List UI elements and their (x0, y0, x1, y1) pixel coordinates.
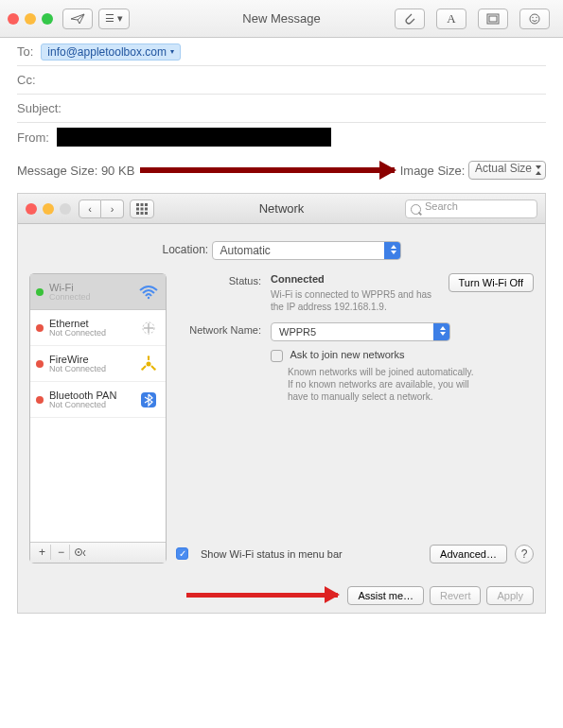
assist-me-button[interactable]: Assist me… (347, 586, 424, 605)
svg-point-22 (78, 551, 79, 553)
header-fields-button[interactable]: ☰ ▾ (98, 9, 130, 29)
minimize-window[interactable] (25, 13, 36, 25)
help-button[interactable]: ? (515, 545, 534, 563)
network-name-label: Network Name: (176, 322, 271, 336)
image-size-select[interactable]: Actual Size (468, 161, 546, 180)
location-label: Location: (162, 243, 208, 256)
ask-join-info: Known networks will be joined automatica… (271, 366, 479, 403)
status-value: Connected (271, 273, 439, 285)
attach-button[interactable] (395, 9, 425, 29)
location-select[interactable]: Automatic (212, 241, 401, 260)
pane-minimize[interactable] (43, 203, 54, 215)
recipient-text: info@appletoolbox.com (47, 45, 167, 59)
service-status: Connected (49, 293, 137, 303)
revert-button[interactable]: Revert (430, 586, 481, 605)
status-dot-disconnected (36, 324, 44, 332)
service-status: Not Connected (49, 365, 137, 374)
chevron-updown-icon (391, 245, 396, 254)
svg-point-3 (532, 16, 533, 17)
action-menu-button[interactable] (72, 545, 89, 560)
search-input[interactable]: Search (405, 199, 537, 218)
svg-point-17 (148, 355, 150, 357)
grid-icon (136, 203, 148, 215)
emoji-button[interactable] (519, 9, 550, 29)
zoom-window[interactable] (42, 13, 53, 25)
subject-label: Subject: (17, 101, 62, 115)
service-bluetooth-pan[interactable]: Bluetooth PANNot Connected (30, 382, 166, 418)
image-size-label: Image Size: (400, 164, 466, 178)
mail-toolbar: ☰ ▾ New Message A (0, 0, 563, 38)
annotation-arrow (140, 167, 394, 173)
show-status-checkbox[interactable]: ✓ (176, 547, 188, 560)
close-window[interactable] (8, 13, 19, 25)
location-value: Automatic (220, 244, 271, 257)
service-ethernet[interactable]: EthernetNot Connected (30, 310, 166, 346)
service-firewire[interactable]: FireWireNot Connected (30, 346, 166, 382)
location-row: Location: Automatic (29, 241, 534, 260)
pane-close[interactable] (26, 203, 37, 215)
pane-zoom[interactable] (60, 203, 71, 215)
show-status-label: Show Wi-Fi status in menu bar (201, 548, 343, 560)
service-status: Not Connected (49, 401, 137, 410)
svg-point-14 (148, 296, 150, 298)
bluetooth-icon (137, 390, 160, 410)
chevron-updown-icon (440, 326, 446, 336)
send-button[interactable] (62, 9, 93, 29)
add-service-button[interactable]: + (34, 545, 51, 560)
search-placeholder: Search (425, 200, 458, 212)
service-name: Bluetooth PAN (49, 390, 137, 401)
list-icon: ☰ ▾ (105, 12, 123, 25)
svg-rect-8 (136, 207, 139, 210)
service-detail: Status: Connected Wi-Fi is connected to … (176, 273, 534, 563)
apply-button[interactable]: Apply (486, 586, 534, 605)
from-label: From: (17, 130, 49, 145)
smiley-icon (528, 12, 541, 26)
service-name: FireWire (49, 354, 137, 365)
subject-field-row[interactable]: Subject: (17, 95, 546, 123)
ethernet-icon (137, 318, 160, 338)
svg-point-18 (141, 368, 143, 370)
svg-rect-1 (489, 16, 497, 22)
show-all-button[interactable] (130, 199, 154, 218)
format-button[interactable]: A (436, 9, 466, 29)
gear-icon (74, 546, 87, 558)
chevron-down-icon: ▾ (170, 47, 174, 56)
photo-browser-button[interactable] (478, 9, 508, 29)
pane-bottom-row: Assist me… Revert Apply (18, 586, 545, 605)
service-status: Not Connected (49, 329, 137, 338)
network-name-value: WPPR5 (279, 326, 316, 338)
svg-rect-13 (145, 212, 148, 215)
message-size-label: Message Size: (17, 164, 97, 178)
status-dot-connected (36, 288, 44, 296)
status-dot-disconnected (36, 360, 44, 368)
service-wifi[interactable]: Wi-FiConnected (30, 274, 166, 310)
pane-window-controls (26, 203, 71, 215)
network-name-select[interactable]: WPPR5 (271, 322, 450, 341)
paperclip-icon (404, 12, 415, 26)
status-dot-disconnected (36, 396, 44, 404)
ask-join-checkbox[interactable] (271, 350, 283, 362)
svg-rect-6 (141, 203, 144, 206)
service-sidebar: Wi-FiConnected EthernetNot Connected Fir… (29, 273, 167, 563)
cc-field-row[interactable]: Cc: (17, 66, 546, 95)
firewire-icon (137, 354, 160, 374)
remove-service-button[interactable]: − (53, 545, 70, 560)
back-button[interactable]: ‹ (79, 199, 101, 218)
window-controls (8, 13, 53, 25)
to-field-row[interactable]: To: info@appletoolbox.com ▾ (17, 38, 546, 66)
recipient-token[interactable]: info@appletoolbox.com ▾ (41, 43, 181, 61)
photo-icon (486, 13, 500, 25)
from-field-row[interactable]: From: (17, 123, 546, 151)
svg-rect-5 (136, 203, 139, 206)
turn-wifi-off-button[interactable]: Turn Wi-Fi Off (449, 273, 534, 292)
advanced-button[interactable]: Advanced… (430, 545, 507, 563)
service-list: Wi-FiConnected EthernetNot Connected Fir… (30, 274, 166, 542)
service-name: Ethernet (49, 318, 137, 329)
status-label: Status: (176, 273, 271, 286)
message-size-value: 90 KB (101, 164, 134, 178)
forward-button[interactable]: › (101, 199, 124, 218)
sidebar-footer: + − (30, 542, 166, 563)
annotation-arrow-2 (186, 593, 338, 598)
from-value-redacted (57, 128, 331, 147)
svg-point-19 (153, 368, 155, 370)
